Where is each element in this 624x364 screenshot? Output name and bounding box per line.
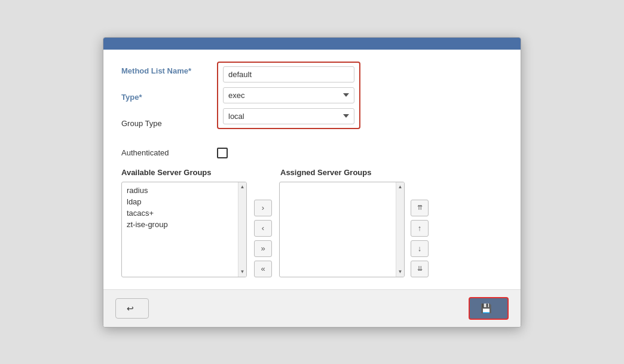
method-list-name-label: Method List Name*: [121, 62, 217, 88]
panel-headers: Available Server Groups Assigned Server …: [121, 168, 503, 177]
move-down-button[interactable]: ↓: [411, 240, 429, 257]
move-up-button[interactable]: ↑: [411, 220, 429, 237]
scroll-up-arrow[interactable]: ▲: [397, 183, 404, 191]
remove-all-button[interactable]: «: [254, 261, 272, 277]
group-type-select[interactable]: localradiusldaptacacs+: [223, 108, 354, 124]
dialog-body: Method List Name*Type*Group Typeexeccomm…: [103, 50, 521, 289]
add-button[interactable]: ›: [254, 200, 272, 216]
apply-to-device-button[interactable]: 💾: [469, 297, 509, 320]
dialog-header: [103, 38, 521, 50]
list-item[interactable]: zt-ise-group: [122, 219, 238, 230]
available-groups-label: Available Server Groups: [121, 168, 247, 177]
scroll-down-arrow[interactable]: ▼: [239, 268, 246, 276]
transfer-buttons: › ‹ » «: [247, 200, 279, 277]
list-item[interactable]: tacacs+: [122, 207, 238, 219]
cancel-icon: ↩: [127, 304, 134, 313]
type-label: Type*: [121, 88, 217, 114]
highlighted-fields-group: execcommandsnetworklocalradiusldaptacacs…: [217, 62, 360, 129]
quick-setup-dialog: Method List Name*Type*Group Typeexeccomm…: [103, 37, 521, 328]
scroll-up-arrow[interactable]: ▲: [239, 183, 246, 191]
authenticated-checkbox[interactable]: [217, 148, 228, 158]
type-select[interactable]: execcommandsnetwork: [223, 87, 354, 103]
order-buttons: ⇈ ↑ ↓ ⇊: [405, 200, 435, 277]
server-groups-section: Available Server Groups Assigned Server …: [121, 168, 503, 277]
available-scrollbar[interactable]: ▲ ▼: [238, 182, 246, 277]
save-icon: 💾: [481, 303, 492, 314]
assigned-list: [280, 182, 396, 277]
move-top-button[interactable]: ⇈: [411, 200, 429, 216]
authenticated-label: Authenticated: [121, 148, 217, 157]
dialog-footer: ↩ 💾: [103, 289, 521, 327]
scroll-down-arrow[interactable]: ▼: [397, 268, 404, 276]
assigned-scrollbar[interactable]: ▲ ▼: [396, 182, 404, 277]
remove-button[interactable]: ‹: [254, 220, 272, 237]
group-type-label: Group Type: [121, 114, 217, 140]
transfer-section: radius ldap tacacs+ zt-ise-group ▲ ▼ › ‹…: [121, 182, 503, 277]
add-all-button[interactable]: »: [254, 240, 272, 257]
cancel-button[interactable]: ↩: [115, 298, 149, 319]
method-list-name-input[interactable]: [223, 66, 354, 82]
list-item[interactable]: radius: [122, 185, 238, 196]
available-list-wrapper: radius ldap tacacs+ zt-ise-group ▲ ▼: [121, 182, 247, 277]
assigned-list-wrapper: ▲ ▼: [279, 182, 405, 277]
authenticated-row: Authenticated: [121, 148, 503, 158]
assigned-groups-label: Assigned Server Groups: [280, 168, 406, 177]
move-bottom-button[interactable]: ⇊: [411, 261, 429, 277]
available-list: radius ldap tacacs+ zt-ise-group: [122, 182, 238, 277]
form-fields-section: Method List Name*Type*Group Typeexeccomm…: [121, 62, 503, 140]
list-item[interactable]: ldap: [122, 196, 238, 207]
